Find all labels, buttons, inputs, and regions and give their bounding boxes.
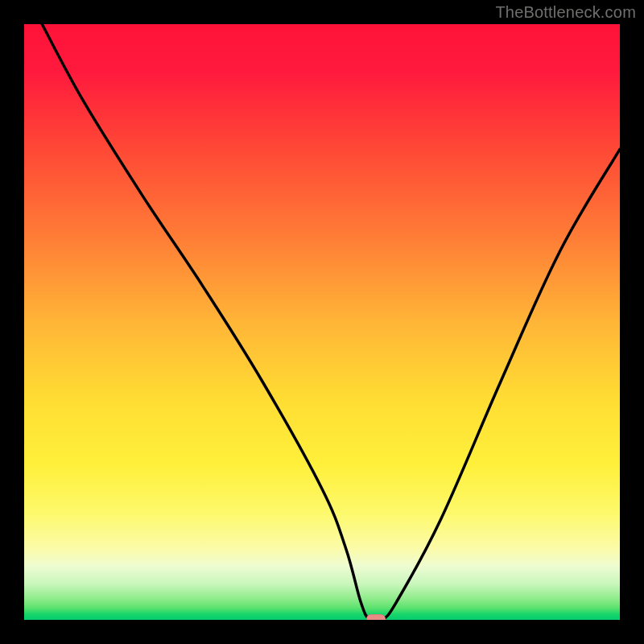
attribution-text: TheBottleneck.com (495, 3, 636, 22)
bottleneck-curve (42, 24, 620, 620)
nadir-marker (366, 614, 386, 620)
plot-area (24, 24, 620, 620)
curve-svg (24, 24, 620, 620)
